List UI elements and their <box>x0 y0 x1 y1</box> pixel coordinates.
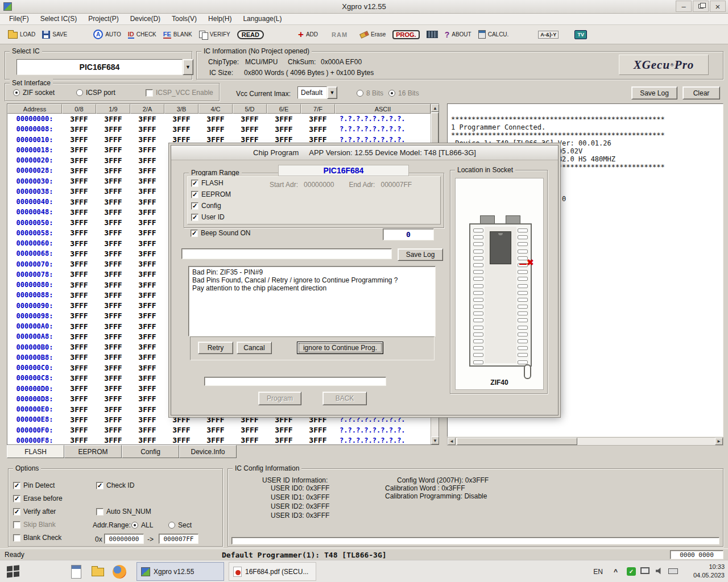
hex-cell[interactable]: 3FFF <box>267 425 301 435</box>
ic-test-button[interactable] <box>423 26 441 43</box>
taskbar-explorer-button[interactable] <box>89 563 107 580</box>
hex-cell[interactable]: 3FFF <box>96 280 130 290</box>
hex-cell[interactable]: 3FFF <box>130 218 164 228</box>
hex-cell[interactable]: 3FFF <box>130 290 164 300</box>
auto-button[interactable]: AAUTO <box>90 26 125 43</box>
hex-cell[interactable]: 3FFF <box>62 176 96 186</box>
logic-test-button[interactable]: A-&)-Y <box>535 26 562 43</box>
hex-cell[interactable]: 3FFF <box>130 228 164 238</box>
16-bits-radio[interactable]: 16 Bits <box>388 89 419 97</box>
hex-cell[interactable]: 3FFF <box>301 425 335 435</box>
hex-cell[interactable]: 3FFF <box>96 135 130 145</box>
hex-cell[interactable]: 3FFF <box>96 228 130 238</box>
hex-cell[interactable]: 3FFF <box>198 135 233 145</box>
scrollbar-thumb[interactable] <box>457 438 577 445</box>
hex-cell[interactable]: 3FFF <box>130 404 164 414</box>
hex-cell[interactable]: 3FFF <box>62 394 96 404</box>
hex-cell[interactable]: 3FFF <box>96 384 130 394</box>
hex-cell[interactable]: 3FFF <box>96 155 130 165</box>
hex-cell[interactable]: 3FFF <box>62 404 96 414</box>
hex-cell[interactable]: 3FFF <box>96 145 130 155</box>
hex-cell[interactable]: 3FFF <box>130 321 164 331</box>
hex-cell[interactable]: 3FFF <box>130 135 164 145</box>
hex-cell[interactable]: 3FFF <box>130 414 164 425</box>
save-log-button[interactable]: Save Log <box>631 86 677 99</box>
hex-cell[interactable]: 3FFF <box>96 352 130 363</box>
network-tray-icon[interactable] <box>640 567 650 574</box>
menu-deviced[interactable]: Device(D) <box>125 14 166 24</box>
program-button[interactable]: Program <box>258 392 301 405</box>
beep-sound-checkbox[interactable]: ✓Beep Sound ON <box>191 229 250 237</box>
hex-cell[interactable]: 3FFF <box>96 290 130 300</box>
hex-cell[interactable]: 3FFF <box>96 269 130 280</box>
prog-button[interactable]: PROG. <box>389 26 423 43</box>
hex-cell[interactable]: 3FFF <box>130 352 164 363</box>
hex-cell[interactable]: 3FFF <box>130 176 164 186</box>
hex-cell[interactable]: 3FFF <box>96 435 130 444</box>
ic-name-combobox[interactable]: PIC16F684 <box>16 59 183 75</box>
hex-cell[interactable]: 3FFF <box>96 363 130 373</box>
hex-cell[interactable]: 3FFF <box>96 124 130 134</box>
skip-blank-checkbox[interactable]: Skip Blank <box>13 521 56 529</box>
range-option-eeprom[interactable]: ✓EEPROM <box>191 190 231 198</box>
hex-cell[interactable]: 3FFF <box>130 114 164 124</box>
minimize-button[interactable]: – <box>676 1 692 12</box>
hex-cell[interactable]: 3FFF <box>62 342 96 352</box>
hex-cell[interactable]: 3FFF <box>62 135 96 145</box>
range-option-user-id[interactable]: ✓User ID <box>191 213 231 221</box>
vcc-combobox-arrow[interactable]: ▼ <box>327 86 337 99</box>
keyboard-tray-icon[interactable] <box>668 568 678 574</box>
hex-cell[interactable]: 3FFF <box>198 114 233 124</box>
hex-cell[interactable]: 3FFF <box>96 373 130 383</box>
hex-cell[interactable]: 3FFF <box>130 425 164 435</box>
back-button[interactable]: BACK <box>322 392 367 405</box>
hex-cell[interactable]: 3FFF <box>301 124 335 134</box>
volume-tray-icon[interactable] <box>656 567 663 575</box>
hex-cell[interactable]: 3FFF <box>198 435 233 444</box>
hex-cell[interactable]: 3FFF <box>267 414 301 425</box>
verify-button[interactable]: VERIFY <box>196 26 234 43</box>
pin-detect-checkbox[interactable]: ✓Pin Detect <box>13 481 55 489</box>
hex-cell[interactable]: 3FFF <box>233 414 267 425</box>
hex-cell[interactable]: 3FFF <box>130 145 164 155</box>
tray-expand-caret[interactable]: ^ <box>614 568 618 576</box>
hex-cell[interactable]: 3FFF <box>301 135 335 145</box>
hex-cell[interactable]: 3FFF <box>233 124 267 134</box>
hex-cell[interactable]: 3FFF <box>130 238 164 248</box>
taskbar-task-xgpro[interactable]: Xgpro v12.55 <box>136 562 224 581</box>
range-option-flash[interactable]: ✓FLASH <box>191 179 231 187</box>
hex-cell[interactable]: 3FFF <box>96 394 130 404</box>
check-id-checkbox[interactable]: ✓Check ID <box>96 481 134 489</box>
language-indicator[interactable]: EN <box>593 568 603 576</box>
scroll-up-button[interactable]: ▲ <box>431 104 439 112</box>
erase-before-checkbox[interactable]: ✓Erase before <box>13 494 63 502</box>
hex-cell[interactable]: 3FFF <box>62 248 96 259</box>
hex-cell[interactable]: 3FFF <box>164 124 198 134</box>
hex-cell[interactable]: 3FFF <box>96 238 130 248</box>
menu-filef[interactable]: File(F) <box>3 14 35 24</box>
hex-cell[interactable]: 3FFF <box>233 425 267 435</box>
hex-cell[interactable]: 3FFF <box>130 186 164 197</box>
menu-helph[interactable]: Help(H) <box>202 14 237 24</box>
check-button[interactable]: IDCHECK <box>125 26 160 43</box>
hex-cell[interactable]: 3FFF <box>130 197 164 207</box>
hex-cell[interactable]: 3FFF <box>96 259 130 269</box>
hex-cell[interactable]: 3FFF <box>130 207 164 217</box>
ignore-continue-button[interactable]: ignore to Continue Prog. <box>297 342 383 354</box>
auto-sn-checkbox[interactable]: Auto SN_NUM <box>96 508 151 516</box>
hex-cell[interactable]: 3FFF <box>96 414 130 425</box>
hex-cell[interactable]: 3FFF <box>62 155 96 165</box>
hex-cell[interactable]: 3FFF <box>130 373 164 383</box>
hex-cell[interactable]: 3FFF <box>130 394 164 404</box>
hex-cell[interactable]: 3FFF <box>62 414 96 425</box>
hex-cell[interactable]: 3FFF <box>164 425 198 435</box>
hex-cell[interactable]: 3FFF <box>198 425 233 435</box>
hex-cell[interactable]: 3FFF <box>130 165 164 176</box>
hex-cell[interactable]: 3FFF <box>267 435 301 444</box>
start-button[interactable] <box>7 564 24 579</box>
calculator-button[interactable]: CALCU. <box>475 26 512 43</box>
hex-cell[interactable]: 3FFF <box>96 331 130 342</box>
ic-combobox-arrow[interactable]: ▼ <box>183 59 193 75</box>
hex-cell[interactable]: 3FFF <box>233 435 267 444</box>
hex-cell[interactable]: 3FFF <box>130 280 164 290</box>
